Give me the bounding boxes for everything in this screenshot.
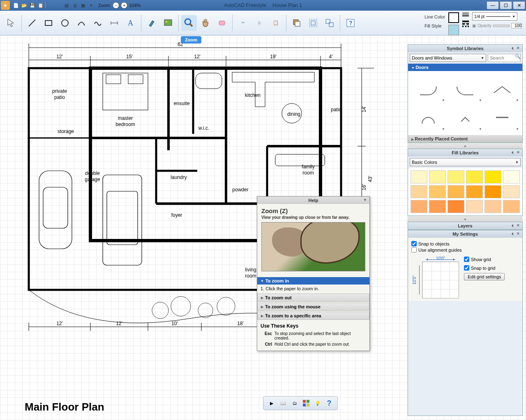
- close-button[interactable]: ✕: [513, 1, 525, 9]
- help-step-mouse[interactable]: To zoom using the mouse: [257, 303, 369, 311]
- svg-text:foyer: foyer: [171, 212, 182, 218]
- line-dash-icon[interactable]: [462, 21, 469, 27]
- symbol-category-select[interactable]: Doors and Windows▼: [410, 54, 486, 62]
- new-icon[interactable]: 📄: [12, 2, 20, 9]
- saveas-icon[interactable]: 📋: [37, 2, 44, 9]
- zoom-in-button[interactable]: +: [121, 2, 127, 9]
- help-icon[interactable]: ?: [343, 15, 358, 31]
- svg-text:family: family: [302, 164, 314, 170]
- marker-tool[interactable]: [144, 15, 159, 31]
- fill-swatch[interactable]: [411, 185, 427, 198]
- door-symbol[interactable]: ▼: [410, 103, 447, 132]
- fill-color-swatch[interactable]: [448, 25, 459, 35]
- help-panel-title[interactable]: Help: [257, 197, 369, 204]
- cut-tool[interactable]: ✂: [235, 15, 251, 31]
- text-tool[interactable]: A: [123, 15, 138, 31]
- door-symbol[interactable]: ▼: [447, 74, 484, 103]
- select-tool[interactable]: [3, 15, 19, 31]
- help-step-zoomout[interactable]: To zoom out: [257, 294, 369, 302]
- search-icon[interactable]: 🔍: [515, 54, 521, 62]
- redo-icon[interactable]: ↷: [55, 2, 62, 9]
- fill-category-select[interactable]: Basic Colors▼: [410, 158, 521, 166]
- door-symbol[interactable]: ▼: [447, 103, 484, 132]
- help-step-area[interactable]: To zoom to a specific area: [257, 312, 369, 320]
- copy-tool[interactable]: ⎘: [251, 15, 267, 31]
- svg-rect-58: [106, 75, 121, 84]
- zoom-tool[interactable]: [181, 15, 197, 31]
- svg-text:43': 43': [367, 176, 373, 182]
- fill-swatch[interactable]: [484, 185, 501, 198]
- fill-swatch[interactable]: [448, 200, 464, 213]
- fill-swatch[interactable]: [484, 170, 501, 184]
- dimension-tool[interactable]: [106, 15, 122, 31]
- panel-close-icon[interactable]: ✕: [516, 46, 521, 51]
- app-menu-button[interactable]: ★: [1, 1, 10, 10]
- svg-rect-54: [43, 187, 68, 228]
- freehand-tool[interactable]: [90, 15, 106, 31]
- fill-swatch[interactable]: [484, 200, 501, 213]
- page-setup-icon[interactable]: ▤: [63, 2, 70, 9]
- fill-swatch[interactable]: [411, 170, 427, 184]
- line-color-label: Line Color: [424, 12, 445, 21]
- book-icon[interactable]: 📖: [278, 398, 288, 408]
- fill-swatch[interactable]: [466, 170, 483, 184]
- fill-swatch[interactable]: [503, 185, 520, 198]
- panel-pin-icon[interactable]: ⏴: [510, 46, 515, 51]
- bulb-icon[interactable]: 💡: [313, 398, 323, 408]
- help-icon[interactable]: ?: [324, 398, 334, 408]
- fill-swatch[interactable]: [411, 200, 427, 213]
- rectangle-tool[interactable]: [41, 15, 56, 31]
- fill-swatch[interactable]: [503, 200, 520, 213]
- collapse-up-icon[interactable]: ▲: [408, 216, 523, 222]
- fill-swatch[interactable]: [466, 185, 483, 198]
- print-icon[interactable]: 🖨: [71, 2, 78, 9]
- fill-swatch[interactable]: [503, 170, 520, 184]
- group-icon[interactable]: [305, 15, 321, 31]
- edit-grid-button[interactable]: Edit grid settings: [464, 273, 505, 280]
- export-icon[interactable]: ▦: [79, 2, 87, 9]
- fill-swatch[interactable]: [466, 200, 483, 213]
- folder-icon[interactable]: 🗂: [290, 398, 300, 408]
- undo-icon[interactable]: ↶: [46, 2, 54, 9]
- blocks-icon[interactable]: [301, 398, 311, 408]
- door-symbol[interactable]: ▼: [484, 103, 521, 132]
- fill-swatch[interactable]: [429, 200, 446, 213]
- pan-tool[interactable]: [198, 15, 213, 31]
- show-grid-checkbox[interactable]: Show grid: [464, 257, 505, 262]
- fill-swatch[interactable]: [448, 185, 464, 198]
- zoom-out-button[interactable]: −: [113, 2, 119, 9]
- ungroup-icon[interactable]: [322, 15, 337, 31]
- maximize-button[interactable]: ☐: [500, 1, 512, 9]
- snap-objects-checkbox[interactable]: Snap to objects: [411, 241, 519, 246]
- image-tool[interactable]: [160, 15, 176, 31]
- paste-tool[interactable]: 📋: [268, 15, 284, 31]
- line-tool[interactable]: [24, 15, 40, 31]
- help-step-zoomin[interactable]: To zoom in: [257, 277, 369, 285]
- svg-text:?: ?: [349, 20, 353, 26]
- circle-tool[interactable]: [57, 15, 73, 31]
- door-symbol[interactable]: ▼: [410, 74, 447, 103]
- doors-section-header[interactable]: Doors: [408, 64, 522, 71]
- play-icon[interactable]: ▶: [267, 398, 277, 408]
- fill-swatch[interactable]: [429, 170, 446, 184]
- alignment-guides-checkbox[interactable]: Use alignment guides: [411, 247, 519, 252]
- collapse-up-icon[interactable]: ▲: [408, 143, 523, 149]
- qat-dropdown-icon[interactable]: ▼: [88, 2, 95, 9]
- snap-grid-checkbox[interactable]: Snap to grid: [464, 265, 505, 271]
- arc-tool[interactable]: [74, 15, 89, 31]
- opacity-input[interactable]: [511, 23, 522, 28]
- door-symbol[interactable]: ▼: [484, 74, 521, 103]
- lineweight-select[interactable]: 1/4 pt▼: [472, 12, 517, 21]
- line-color-swatch[interactable]: [448, 12, 459, 23]
- minimize-button[interactable]: —: [487, 1, 499, 9]
- recent-content-header[interactable]: Recently Placed Content: [408, 135, 522, 142]
- save-icon[interactable]: 💾: [29, 2, 36, 9]
- svg-text:storage: storage: [58, 129, 74, 134]
- layers-icon[interactable]: [289, 15, 305, 31]
- eraser-tool[interactable]: [214, 15, 230, 31]
- opacity-slider[interactable]: [493, 25, 510, 27]
- line-style-icon[interactable]: [462, 12, 469, 16]
- fill-swatch[interactable]: [448, 170, 464, 184]
- fill-swatch[interactable]: [429, 185, 446, 198]
- open-icon[interactable]: 📂: [21, 2, 28, 9]
